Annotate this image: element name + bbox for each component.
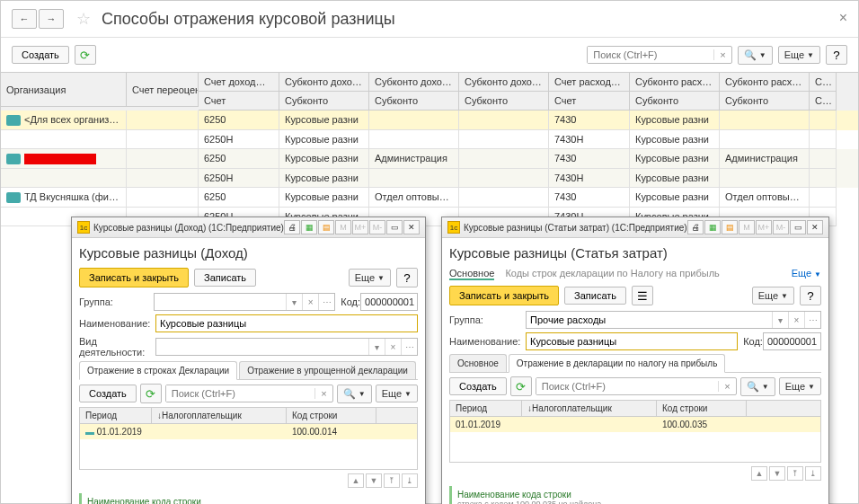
col-income-sub3[interactable]: Субконто доход…: [459, 73, 549, 92]
name-input[interactable]: [155, 314, 418, 332]
col-expense-sub2[interactable]: Субконто расход…: [720, 73, 810, 92]
table-row[interactable]: ТД Вкусняшка (филиал "ТД…6250Курсовые ра…: [1, 188, 858, 208]
more-dropdown[interactable]: Еще▼: [752, 287, 794, 305]
calc-icon[interactable]: ▦: [704, 220, 721, 234]
col-reeval[interactable]: Счет переоценки: [127, 73, 199, 107]
subnav-main[interactable]: Основное: [449, 268, 494, 280]
magnifier-dropdown[interactable]: 🔍▼: [740, 377, 775, 396]
calc-icon[interactable]: ▦: [301, 220, 317, 234]
m-icon[interactable]: M: [335, 220, 351, 234]
nav-first-icon[interactable]: ⤒: [384, 473, 400, 488]
list-icon[interactable]: ☰: [632, 286, 653, 305]
print-icon[interactable]: 🖨: [284, 220, 300, 234]
forward-button[interactable]: →: [39, 9, 64, 29]
col-expense-sub1[interactable]: Субконто расход…: [630, 73, 720, 92]
help-icon[interactable]: ?: [826, 45, 847, 65]
back-button[interactable]: ←: [12, 9, 37, 29]
tab-main[interactable]: Основное: [449, 354, 507, 372]
m-plus-icon[interactable]: M+: [352, 220, 368, 234]
close-icon[interactable]: ✕: [403, 220, 420, 234]
help-icon[interactable]: ?: [396, 268, 418, 287]
dropdown-icon[interactable]: ▾: [772, 312, 788, 328]
dialog-title: Курсовые разницы (Доход) (1С:Предприятие…: [93, 223, 284, 233]
table-row[interactable]: 6250Курсовые разниАдминистрация7430Курсо…: [1, 149, 858, 169]
col-income-sub2[interactable]: Субконто доход…: [369, 73, 459, 92]
create-button[interactable]: Создать: [79, 385, 137, 402]
refresh-icon[interactable]: ⟳: [75, 45, 96, 65]
more-dropdown[interactable]: Еще▼: [778, 46, 820, 64]
group-label: Группа:: [79, 296, 154, 307]
sub-grid-row[interactable]: 01.01.2019 100.00.035: [450, 417, 820, 432]
m-minus-icon[interactable]: M-: [369, 220, 385, 234]
nav-up-icon[interactable]: ▲: [751, 466, 767, 481]
save-close-button[interactable]: Записать и закрыть: [449, 286, 559, 305]
code-value: 000000001: [763, 332, 821, 350]
close-icon[interactable]: ✕: [807, 220, 823, 234]
close-icon[interactable]: ×: [839, 10, 847, 26]
name-input[interactable]: [526, 332, 738, 350]
tab-declaration[interactable]: Отражение в строках Декларации: [79, 361, 237, 380]
tab-simplified[interactable]: Отражение в упрощенной декларации: [239, 361, 416, 379]
more-link[interactable]: Еще ▼: [792, 268, 821, 280]
m-plus-icon[interactable]: M+: [756, 220, 772, 234]
dropdown-icon[interactable]: ▾: [368, 339, 385, 355]
nav-down-icon[interactable]: ▼: [366, 473, 382, 488]
group-input[interactable]: ▾ × ⋯: [526, 311, 821, 329]
nav-last-icon[interactable]: ⤓: [402, 473, 418, 488]
subnav-codes-link[interactable]: Коды строк декларации по Налогу на прибы…: [505, 268, 719, 280]
more-dropdown[interactable]: Еще▼: [779, 377, 821, 395]
col-organization[interactable]: Организация: [1, 73, 127, 107]
nav-last-icon[interactable]: ⤓: [805, 466, 821, 481]
clear-icon[interactable]: ×: [718, 381, 735, 392]
col-income-acct[interactable]: Счет доход…: [199, 73, 279, 92]
window-icon[interactable]: ▭: [790, 220, 806, 234]
save-button[interactable]: Записать: [194, 269, 256, 287]
nav-down-icon[interactable]: ▼: [769, 466, 785, 481]
favorite-star-icon[interactable]: ☆: [73, 8, 94, 30]
save-close-button[interactable]: Записать и закрыть: [79, 268, 189, 287]
clear-icon[interactable]: ×: [385, 339, 401, 355]
m-minus-icon[interactable]: M-: [773, 220, 789, 234]
col-expense-acct[interactable]: Счет расход…: [549, 73, 630, 92]
m-icon[interactable]: M: [739, 220, 755, 234]
save-button[interactable]: Записать: [564, 287, 626, 305]
magnifier-dropdown[interactable]: 🔍▼: [738, 46, 773, 65]
more-dropdown[interactable]: Еще▼: [376, 385, 418, 402]
help-icon[interactable]: ?: [800, 286, 821, 305]
col-expense-sub3[interactable]: Су…: [810, 73, 837, 92]
create-button[interactable]: Создать: [449, 377, 507, 395]
search-input[interactable]: [588, 47, 713, 63]
window-icon[interactable]: ▭: [386, 220, 403, 234]
search-input-wrap[interactable]: ×: [587, 46, 731, 64]
refresh-icon[interactable]: ⟳: [510, 376, 532, 396]
print-icon[interactable]: 🖨: [687, 220, 704, 234]
search-clear-icon[interactable]: ×: [713, 49, 731, 60]
open-icon[interactable]: ⋯: [401, 339, 417, 355]
app-1c-icon: 1c: [447, 221, 460, 234]
refresh-icon[interactable]: ⟳: [140, 384, 162, 403]
sub-search-input[interactable]: [166, 385, 315, 402]
calendar-icon[interactable]: ▤: [318, 220, 334, 234]
open-icon[interactable]: ⋯: [804, 312, 820, 328]
clear-icon[interactable]: ×: [314, 388, 332, 399]
table-row[interactable]: 6250НКурсовые разни7430НКурсовые разни: [1, 130, 858, 149]
dialog-heading: Курсовые разницы (Статья затрат): [449, 245, 821, 261]
nav-first-icon[interactable]: ⤒: [787, 466, 803, 481]
open-icon[interactable]: ⋯: [318, 294, 334, 310]
table-row[interactable]: <Для всех организаций>6250Курсовые разни…: [1, 111, 858, 130]
table-row[interactable]: 6250НКурсовые разни7430НКурсовые разни: [1, 169, 858, 188]
more-dropdown[interactable]: Еще▼: [349, 269, 391, 287]
magnifier-dropdown[interactable]: 🔍▼: [337, 385, 372, 403]
dropdown-icon[interactable]: ▾: [286, 294, 302, 310]
sub-search-input[interactable]: [536, 378, 719, 394]
activity-input[interactable]: ▾ × ⋯: [155, 338, 418, 356]
col-income-sub1[interactable]: Субконто доход…: [279, 73, 369, 92]
create-button[interactable]: Создать: [12, 46, 69, 64]
clear-icon[interactable]: ×: [302, 294, 318, 310]
calendar-icon[interactable]: ▤: [722, 220, 738, 234]
sub-grid-row[interactable]: ▬ 01.01.2019 100.00.014: [80, 424, 417, 439]
nav-up-icon[interactable]: ▲: [348, 473, 364, 488]
clear-icon[interactable]: ×: [788, 312, 804, 328]
tab-declaration[interactable]: Отражение в декларации по налогу на приб…: [509, 354, 726, 373]
group-input[interactable]: ▾ × ⋯: [154, 293, 335, 311]
